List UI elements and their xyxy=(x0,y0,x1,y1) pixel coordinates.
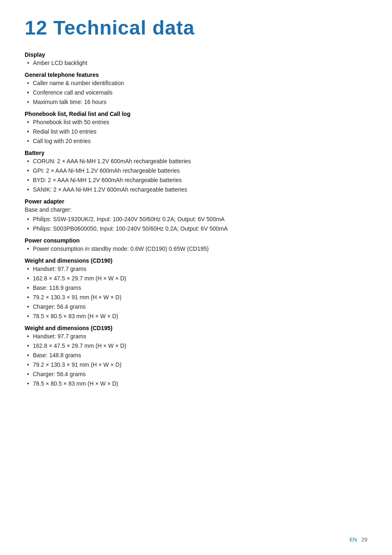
list-item: Charger: 56.4 grams xyxy=(25,370,367,379)
list-item: 79.2 × 130.3 × 91 mm (H × W × D) xyxy=(25,293,367,302)
list-item: BYD: 2 × AAA Ni-MH 1.2V 600mAh rechargea… xyxy=(25,176,367,185)
section-power-consumption: Power consumptionPower consumption in st… xyxy=(25,237,367,253)
section-heading-display: Display xyxy=(25,51,367,58)
page-lang: EN xyxy=(350,536,357,543)
section-list-display: Amber LCD backlight xyxy=(25,59,367,67)
section-heading-battery: Battery xyxy=(25,150,367,156)
list-item: Caller name & number identification xyxy=(25,79,367,88)
section-power-adapter: Power adapterBase and charger:Philips: S… xyxy=(25,198,367,233)
section-heading-power-consumption: Power consumption xyxy=(25,237,367,244)
page-footer: EN 29 xyxy=(350,536,367,543)
page-title: 12 Technical data xyxy=(25,16,367,39)
list-item: Redial list with 10 entries xyxy=(25,127,367,136)
list-item: 79.2 × 130.3 × 91 mm (H × W × D) xyxy=(25,361,367,369)
list-item: Philips: SSW-1920UK/2, Input: 100-240V 5… xyxy=(25,215,367,224)
section-list-power-adapter: Philips: SSW-1920UK/2, Input: 100-240V 5… xyxy=(25,215,367,233)
list-item: Base: 116.9 grams xyxy=(25,284,367,292)
list-item: GPI: 2 × AAA Ni-MH 1.2V 600mAh rechargea… xyxy=(25,166,367,175)
page-num: 29 xyxy=(362,536,367,543)
section-weight-cd195: Weight and dimensions (CD195)Handset: 97… xyxy=(25,325,367,388)
section-heading-power-adapter: Power adapter xyxy=(25,198,367,205)
list-item: Power consumption in standby mode: 0.6W … xyxy=(25,245,367,253)
section-phonebook: Phonebook list, Redial list and Call log… xyxy=(25,111,367,146)
section-list-general-telephone: Caller name & number identificationConfe… xyxy=(25,79,367,106)
chapter-title: Technical data xyxy=(53,17,195,39)
list-item: SANIK: 2 × AAA Ni-MH 1.2V 600mAh recharg… xyxy=(25,185,367,194)
list-item: 162.8 × 47.5 × 29.7 mm (H × W × D) xyxy=(25,274,367,283)
list-item: Philips: S003PB0600050, Input: 100-240V … xyxy=(25,224,367,233)
section-display: DisplayAmber LCD backlight xyxy=(25,51,367,67)
list-item: 78.5 × 80.5 × 83 mm (H × W × D) xyxy=(25,379,367,388)
section-list-power-consumption: Power consumption in standby mode: 0.6W … xyxy=(25,245,367,253)
section-list-phonebook: Phonebook list with 50 entriesRedial lis… xyxy=(25,118,367,146)
section-general-telephone: General telephone featuresCaller name & … xyxy=(25,72,367,106)
list-item: Maximum talk time: 16 hours xyxy=(25,98,367,106)
content-sections: DisplayAmber LCD backlightGeneral teleph… xyxy=(25,51,367,388)
section-heading-general-telephone: General telephone features xyxy=(25,72,367,78)
section-intro-power-adapter: Base and charger: xyxy=(25,206,367,214)
list-item: Charger: 56.4 grams xyxy=(25,303,367,311)
section-list-weight-cd190: Handset: 97.7 grams162.8 × 47.5 × 29.7 m… xyxy=(25,265,367,321)
list-item: Handset: 97.7 grams xyxy=(25,265,367,273)
list-item: Conference call and voicemails xyxy=(25,88,367,97)
section-list-battery: CORUN: 2 × AAA Ni-MH 1.2V 600mAh recharg… xyxy=(25,157,367,194)
list-item: Amber LCD backlight xyxy=(25,59,367,67)
list-item: Base: 148.8 grams xyxy=(25,351,367,360)
list-item: Handset: 97.7 grams xyxy=(25,332,367,341)
chapter-number: 12 xyxy=(25,17,47,39)
list-item: 78.5 × 80.5 × 83 mm (H × W × D) xyxy=(25,312,367,321)
section-battery: BatteryCORUN: 2 × AAA Ni-MH 1.2V 600mAh … xyxy=(25,150,367,194)
list-item: Phonebook list with 50 entries xyxy=(25,118,367,127)
list-item: CORUN: 2 × AAA Ni-MH 1.2V 600mAh recharg… xyxy=(25,157,367,166)
section-weight-cd190: Weight and dimensions (CD190)Handset: 97… xyxy=(25,257,367,321)
list-item: Call log with 20 entries xyxy=(25,137,367,146)
list-item: 162.8 × 47.5 × 29.7 mm (H × W × D) xyxy=(25,342,367,350)
section-heading-weight-cd195: Weight and dimensions (CD195) xyxy=(25,325,367,331)
section-list-weight-cd195: Handset: 97.7 grams162.8 × 47.5 × 29.7 m… xyxy=(25,332,367,388)
section-heading-phonebook: Phonebook list, Redial list and Call log xyxy=(25,111,367,117)
section-heading-weight-cd190: Weight and dimensions (CD190) xyxy=(25,257,367,264)
